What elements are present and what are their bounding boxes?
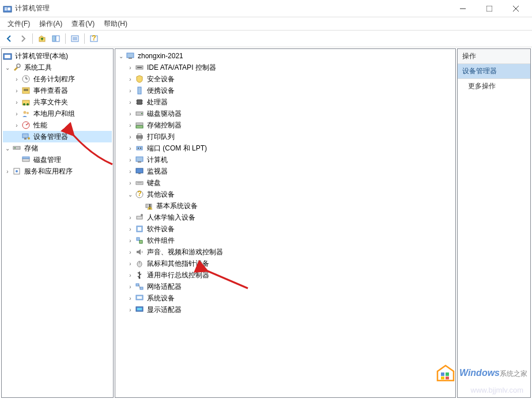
help-button[interactable]: ?	[88, 32, 100, 45]
device-tree[interactable]: ⌄ zhongxin-2021 ›IDE ATA/ATAPI 控制器 ›安全设备…	[115, 49, 455, 397]
minimize-button[interactable]	[450, 0, 476, 17]
spacer	[135, 201, 144, 210]
device-root[interactable]: ⌄ zhongxin-2021	[116, 50, 454, 62]
expand-icon[interactable]: ›	[12, 109, 21, 118]
users-icon	[21, 109, 31, 118]
device-usb[interactable]: ›通用串行总线控制器	[116, 269, 454, 281]
menu-file[interactable]: 文件(F)	[3, 18, 35, 30]
expand-icon[interactable]: ›	[126, 213, 135, 222]
expand-icon[interactable]: ›	[126, 132, 135, 141]
logo-main-text: Windows	[459, 368, 500, 378]
expand-icon[interactable]: ›	[126, 178, 135, 187]
expand-icon[interactable]: ›	[12, 86, 21, 95]
collapse-icon[interactable]: ⌄	[3, 144, 12, 153]
device-computer[interactable]: ›计算机	[116, 154, 454, 165]
tree-disk-mgmt[interactable]: 磁盘管理	[3, 154, 112, 165]
svg-rect-72	[137, 216, 142, 219]
menu-action[interactable]: 操作(A)	[35, 18, 67, 30]
tree-services[interactable]: › 服务和应用程序	[3, 165, 112, 177]
expand-icon[interactable]: ›	[126, 224, 135, 234]
device-base-system[interactable]: !基本系统设备	[116, 200, 454, 212]
tree-system-tools[interactable]: ⌄ 系统工具	[3, 62, 112, 73]
device-sound[interactable]: ›声音、视频和游戏控制器	[116, 246, 454, 258]
properties-button[interactable]	[69, 32, 81, 45]
printer-icon	[135, 132, 144, 141]
tree-root[interactable]: 计算机管理(本地)	[3, 50, 112, 62]
device-software-dev[interactable]: ›软件设备	[116, 223, 454, 235]
expand-icon[interactable]: ›	[126, 259, 135, 268]
nav-tree[interactable]: 计算机管理(本地) ⌄ 系统工具 › 任务计划程序 › 事件查看器 › 共享文件…	[2, 49, 113, 397]
expand-icon[interactable]: ›	[126, 109, 135, 118]
expand-icon[interactable]: ›	[126, 167, 135, 176]
tools-icon	[12, 63, 21, 72]
device-monitor[interactable]: ›监视器	[116, 165, 454, 177]
device-display[interactable]: ›显示适配器	[116, 304, 454, 315]
device-network[interactable]: ›网络适配器	[116, 281, 454, 292]
svg-rect-38	[22, 159, 29, 161]
tree-event-viewer[interactable]: › 事件查看器	[3, 85, 112, 96]
menu-help[interactable]: 帮助(H)	[99, 18, 132, 30]
expand-icon[interactable]: ›	[12, 97, 21, 107]
expand-icon[interactable]: ›	[126, 293, 135, 303]
close-button[interactable]	[503, 0, 529, 17]
device-cpu[interactable]: ›处理器	[116, 96, 454, 108]
expand-icon[interactable]: ›	[126, 74, 135, 84]
app-icon	[3, 4, 12, 13]
collapse-icon[interactable]: ⌄	[126, 190, 135, 199]
expand-icon[interactable]: ›	[126, 270, 135, 280]
show-hide-button[interactable]	[50, 32, 62, 45]
software-dev-label: 软件设备	[146, 224, 176, 235]
maximize-button[interactable]	[476, 0, 503, 17]
expand-icon[interactable]: ›	[126, 305, 135, 314]
tree-shared-folders[interactable]: › 共享文件夹	[3, 96, 112, 108]
collapse-icon[interactable]: ⌄	[116, 51, 126, 61]
expand-icon[interactable]: ›	[126, 282, 135, 291]
device-software-comp[interactable]: ›软件组件	[116, 235, 454, 246]
actions-more[interactable]: 更多操作	[458, 79, 530, 93]
device-storage-ctrl[interactable]: ›存储控制器	[116, 119, 454, 131]
portable-icon	[135, 86, 144, 95]
base-system-label: 基本系统设备	[155, 201, 199, 212]
device-pane: ⌄ zhongxin-2021 ›IDE ATA/ATAPI 控制器 ›安全设备…	[115, 48, 456, 398]
tree-local-users[interactable]: › 本地用户和组	[3, 108, 112, 119]
expand-icon[interactable]: ›	[126, 144, 135, 153]
separator	[84, 33, 85, 44]
warning-icon: !	[144, 201, 153, 210]
collapse-icon[interactable]: ⌄	[3, 63, 12, 72]
keyboard-label: 键盘	[146, 178, 162, 189]
device-security[interactable]: ›安全设备	[116, 73, 454, 85]
device-portable[interactable]: ›便携设备	[116, 85, 454, 96]
expand-icon[interactable]: ›	[126, 86, 135, 95]
device-mouse[interactable]: ›鼠标和其他指针设备	[116, 258, 454, 269]
svg-rect-87	[137, 308, 142, 310]
expand-icon[interactable]: ›	[126, 63, 135, 72]
device-hid[interactable]: ›人体学输入设备	[116, 212, 454, 223]
expand-icon[interactable]: ›	[126, 236, 135, 245]
device-system-dev[interactable]: ›系统设备	[116, 292, 454, 304]
device-print-queue[interactable]: ›打印队列	[116, 131, 454, 142]
device-keyboard[interactable]: ›键盘	[116, 177, 454, 189]
tree-device-manager[interactable]: 设备管理器	[3, 131, 112, 142]
expand-icon[interactable]: ›	[126, 247, 135, 257]
up-button[interactable]	[36, 32, 48, 45]
device-ports[interactable]: ›端口 (COM 和 LPT)	[116, 142, 454, 154]
expand-icon[interactable]: ›	[3, 167, 12, 176]
expand-icon[interactable]: ›	[126, 155, 135, 164]
tree-task-scheduler[interactable]: › 任务计划程序	[3, 73, 112, 85]
device-other[interactable]: ⌄?其他设备	[116, 189, 454, 200]
forward-button[interactable]	[17, 32, 29, 45]
expand-icon[interactable]: ›	[12, 74, 21, 84]
tree-performance[interactable]: › 性能	[3, 119, 112, 131]
back-button[interactable]	[3, 32, 16, 45]
tree-storage[interactable]: ⌄ 存储	[3, 142, 112, 154]
menu-view[interactable]: 查看(V)	[67, 18, 99, 30]
window-title: 计算机管理	[15, 3, 450, 13]
expand-icon[interactable]: ›	[126, 121, 135, 130]
network-icon	[135, 282, 144, 291]
expand-icon[interactable]: ›	[12, 121, 21, 130]
device-disk-drives[interactable]: ›磁盘驱动器	[116, 108, 454, 119]
system-tools-label: 系统工具	[23, 62, 53, 73]
device-ide[interactable]: ›IDE ATA/ATAPI 控制器	[116, 62, 454, 73]
expand-icon[interactable]: ›	[126, 97, 135, 107]
svg-rect-36	[13, 146, 20, 149]
